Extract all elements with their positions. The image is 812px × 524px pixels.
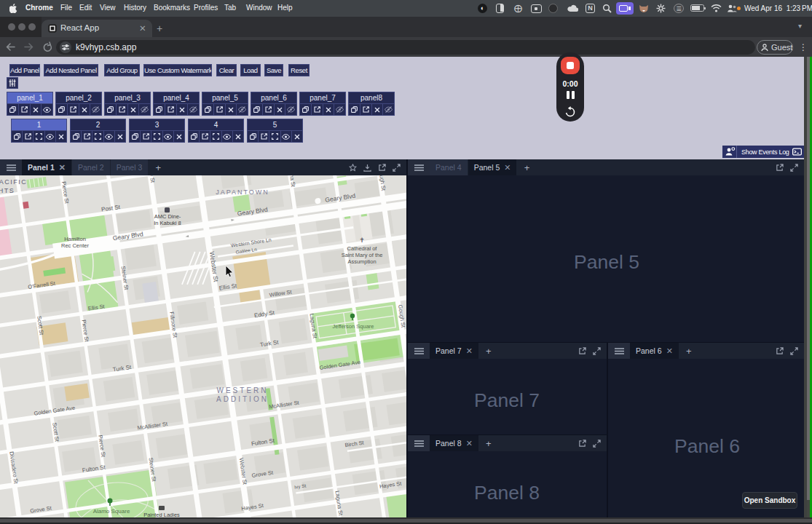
svg-text:Saint Mary of the: Saint Mary of the <box>342 252 383 258</box>
svg-text:Alamo Square: Alamo Square <box>93 508 130 515</box>
svg-text:HTS: HTS <box>0 187 15 194</box>
svg-text:WESTERN: WESTERN <box>217 386 269 394</box>
svg-text:AMC Dine-: AMC Dine- <box>154 213 181 220</box>
svg-text:Hamilton: Hamilton <box>64 236 86 242</box>
svg-text:ACIFIC: ACIFIC <box>0 178 27 186</box>
svg-text:In Kabuki 8: In Kabuki 8 <box>154 220 181 226</box>
svg-text:Assumption: Assumption <box>347 258 376 265</box>
svg-text:Cathedral of: Cathedral of <box>347 245 378 252</box>
svg-text:Painted Ladies: Painted Ladies <box>143 512 180 517</box>
svg-text:Jefferson Square: Jefferson Square <box>333 323 374 330</box>
svg-text:Rec Center: Rec Center <box>61 242 89 249</box>
svg-text:ADDITION: ADDITION <box>216 395 269 403</box>
svg-text:JAPANTOWN: JAPANTOWN <box>216 188 269 196</box>
svg-text:✝: ✝ <box>359 237 365 244</box>
